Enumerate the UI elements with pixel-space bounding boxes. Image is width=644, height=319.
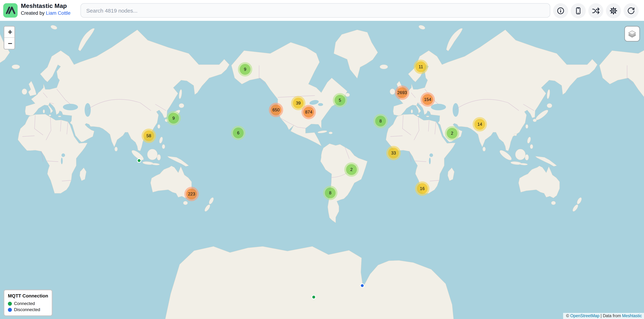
world-map[interactable] (0, 21, 644, 319)
cluster-count: 5 (339, 98, 341, 103)
cluster-marker[interactable]: 14 (472, 117, 487, 131)
cluster-count: 33 (391, 151, 396, 156)
cluster-marker[interactable]: 16 (415, 181, 430, 196)
layers-icon (627, 29, 637, 39)
settings-button[interactable] (606, 3, 621, 18)
legend-item-connected: Connected (8, 301, 48, 306)
disconnected-swatch (8, 308, 12, 312)
cluster-count: 9 (172, 116, 175, 121)
author-link[interactable]: Liam Cottle (46, 10, 70, 16)
cluster-marker[interactable]: 650 (269, 103, 283, 117)
legend-item-label: Connected (14, 301, 35, 306)
cluster-marker[interactable]: 874 (302, 105, 316, 119)
cluster-marker[interactable]: 58 (142, 129, 156, 143)
cluster-count: 58 (146, 133, 151, 138)
cluster-count: 8 (329, 190, 331, 195)
cluster-count: 154 (424, 97, 431, 102)
cluster-count: 16 (420, 186, 425, 191)
legend-title: MQTT Connection (8, 293, 48, 299)
cluster-count: 8 (379, 119, 382, 124)
node-marker-disconnected[interactable] (360, 284, 364, 288)
settings-icon (610, 7, 618, 15)
cluster-marker[interactable]: 9 (166, 111, 181, 125)
connected-swatch (8, 302, 12, 306)
header-buttons (553, 3, 638, 18)
legend-item-label: Disconnected (14, 307, 40, 312)
legend-item-disconnected: Disconnected (8, 307, 48, 312)
smartphone-icon (574, 7, 582, 15)
meshtastic-logo (3, 3, 18, 17)
openstreetmap-link[interactable]: OpenStreetMap (570, 314, 600, 318)
map-attribution: © OpenStreetMap | Data from Meshtastic (563, 313, 644, 319)
cluster-count: 650 (272, 107, 280, 112)
cluster-marker[interactable]: 2693 (395, 85, 409, 100)
zoom-in-button[interactable]: + (4, 26, 15, 38)
meshtastic-link[interactable]: Meshtastic (622, 314, 642, 318)
cluster-marker[interactable]: 8 (323, 186, 338, 200)
cluster-marker[interactable]: 9 (238, 62, 252, 76)
cluster-count: 2693 (397, 90, 407, 95)
cluster-marker[interactable]: 2 (445, 126, 459, 140)
random-node-button[interactable] (588, 3, 604, 18)
byline: Created by Liam Cottle (21, 10, 70, 16)
node-marker-connected[interactable] (312, 295, 316, 299)
refresh-icon (627, 7, 635, 15)
top-bar: Meshtastic Map Created by Liam Cottle (0, 0, 644, 21)
search-input[interactable] (80, 3, 550, 17)
cluster-marker[interactable]: 6 (231, 126, 246, 140)
copyright-text: © (566, 314, 570, 318)
zoom-control: + − (4, 26, 15, 49)
brand-block: Meshtastic Map Created by Liam Cottle (21, 3, 70, 16)
cluster-count: 2 (350, 167, 352, 172)
cluster-count: 11 (419, 64, 423, 69)
cluster-count: 2 (451, 131, 453, 136)
layers-control[interactable] (624, 26, 640, 42)
cluster-marker[interactable]: 2 (344, 162, 359, 177)
cluster-marker[interactable]: 154 (420, 92, 435, 107)
meshtastic-map-app: 939650874511269315482143316289586223 + −… (0, 0, 644, 319)
mobile-app-button[interactable] (571, 3, 586, 18)
cluster-marker[interactable]: 5 (333, 93, 347, 107)
node-marker-connected[interactable] (137, 158, 141, 163)
cluster-count: 6 (237, 130, 239, 135)
info-icon (557, 7, 564, 15)
cluster-marker[interactable]: 11 (414, 60, 428, 74)
cluster-marker[interactable]: 33 (386, 146, 401, 160)
shuffle-icon (592, 7, 600, 15)
cluster-count: 39 (296, 101, 301, 106)
cluster-count: 874 (305, 110, 312, 115)
byline-prefix: Created by (21, 10, 46, 16)
data-from-text: | Data from (600, 314, 622, 318)
info-button[interactable] (553, 3, 568, 18)
mqtt-connection-legend: MQTT Connection Connected Disconnected (4, 290, 52, 316)
cluster-marker[interactable]: 8 (374, 114, 388, 128)
mountain-glyph-icon (3, 3, 18, 17)
page-title: Meshtastic Map (21, 3, 70, 9)
cluster-count: 9 (244, 67, 246, 72)
cluster-count: 223 (188, 191, 195, 197)
cluster-marker[interactable]: 223 (184, 187, 199, 201)
zoom-out-button[interactable]: − (4, 38, 15, 49)
map-tiles (0, 21, 644, 319)
refresh-button[interactable] (624, 3, 638, 18)
cluster-count: 14 (478, 122, 482, 127)
